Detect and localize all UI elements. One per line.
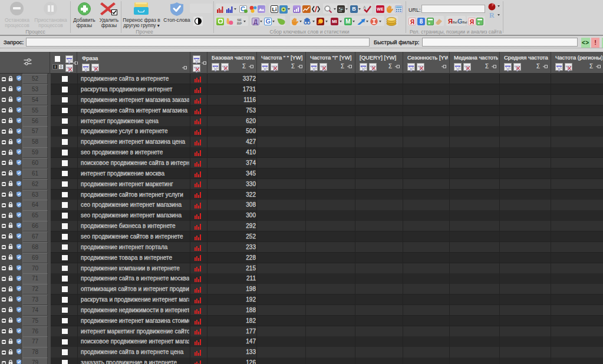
svg-text:A: A bbox=[363, 5, 366, 9]
svg-text:x: x bbox=[478, 21, 480, 24]
svg-text:x: x bbox=[429, 21, 431, 24]
